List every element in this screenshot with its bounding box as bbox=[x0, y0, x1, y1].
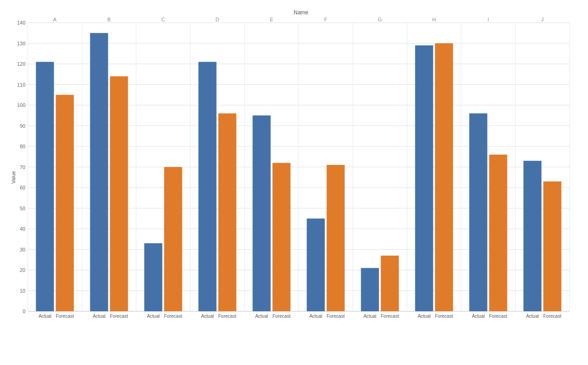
svg-text:Actual: Actual bbox=[418, 314, 431, 319]
svg-text:100: 100 bbox=[17, 102, 25, 108]
svg-text:B: B bbox=[107, 17, 111, 22]
svg-text:130: 130 bbox=[17, 41, 25, 46]
svg-text:60: 60 bbox=[20, 185, 25, 190]
svg-text:E: E bbox=[270, 17, 273, 22]
svg-text:Forecast: Forecast bbox=[381, 314, 399, 319]
svg-text:0: 0 bbox=[23, 308, 25, 314]
svg-text:Forecast: Forecast bbox=[544, 314, 562, 319]
svg-text:D: D bbox=[216, 17, 219, 22]
svg-text:Forecast: Forecast bbox=[273, 314, 291, 319]
svg-text:70: 70 bbox=[20, 164, 25, 170]
svg-rect-59 bbox=[219, 113, 237, 311]
svg-rect-48 bbox=[90, 33, 108, 311]
svg-text:Actual: Actual bbox=[363, 314, 376, 319]
svg-text:J: J bbox=[541, 17, 544, 22]
svg-text:Forecast: Forecast bbox=[327, 314, 345, 319]
svg-text:50: 50 bbox=[20, 206, 25, 211]
svg-rect-53 bbox=[144, 243, 163, 311]
svg-text:Actual: Actual bbox=[38, 314, 51, 319]
svg-text:30: 30 bbox=[20, 247, 25, 252]
svg-rect-54 bbox=[164, 167, 182, 312]
svg-text:80: 80 bbox=[20, 144, 25, 149]
svg-text:90: 90 bbox=[20, 123, 25, 129]
svg-text:Actual: Actual bbox=[255, 314, 268, 319]
svg-text:Forecast: Forecast bbox=[164, 314, 182, 319]
grid-and-bars: 0102030405060708090100110120130140AActua… bbox=[28, 20, 574, 334]
chart-svg: 0102030405060708090100110120130140AActua… bbox=[28, 20, 574, 334]
svg-rect-49 bbox=[110, 76, 128, 311]
svg-text:140: 140 bbox=[17, 20, 25, 25]
svg-text:Actual: Actual bbox=[472, 314, 485, 319]
svg-text:Actual: Actual bbox=[147, 314, 160, 319]
svg-rect-73 bbox=[361, 268, 379, 311]
svg-text:C: C bbox=[162, 17, 165, 22]
svg-text:Forecast: Forecast bbox=[219, 314, 237, 319]
svg-text:110: 110 bbox=[17, 82, 25, 88]
chart-area: Value 0102030405060708090100110120130140… bbox=[28, 20, 574, 334]
svg-text:Forecast: Forecast bbox=[56, 314, 74, 319]
svg-rect-44 bbox=[56, 95, 74, 311]
svg-text:Forecast: Forecast bbox=[110, 314, 128, 319]
svg-rect-58 bbox=[199, 62, 217, 311]
svg-rect-84 bbox=[489, 155, 507, 311]
svg-rect-43 bbox=[36, 62, 54, 311]
svg-rect-88 bbox=[524, 161, 542, 311]
svg-text:F: F bbox=[324, 17, 327, 22]
svg-rect-89 bbox=[544, 182, 562, 311]
svg-rect-83 bbox=[469, 113, 488, 311]
svg-text:Actual: Actual bbox=[309, 314, 322, 319]
svg-text:I: I bbox=[488, 17, 489, 22]
svg-text:40: 40 bbox=[20, 226, 25, 232]
y-axis-label: Value bbox=[11, 171, 16, 183]
svg-text:A: A bbox=[53, 17, 57, 22]
svg-text:Actual: Actual bbox=[526, 314, 539, 319]
svg-text:Forecast: Forecast bbox=[489, 314, 507, 319]
svg-rect-63 bbox=[253, 115, 271, 311]
svg-text:H: H bbox=[432, 17, 436, 22]
chart-title: Name bbox=[28, 9, 574, 16]
svg-rect-78 bbox=[415, 45, 433, 311]
svg-text:10: 10 bbox=[20, 288, 25, 294]
svg-rect-64 bbox=[273, 163, 291, 311]
svg-rect-74 bbox=[381, 256, 399, 311]
svg-rect-79 bbox=[435, 44, 453, 312]
svg-text:G: G bbox=[378, 17, 382, 22]
chart-container: Name Value 01020304050607080901001101201… bbox=[0, 0, 588, 365]
svg-text:20: 20 bbox=[20, 267, 25, 273]
svg-text:Actual: Actual bbox=[201, 314, 214, 319]
svg-text:Actual: Actual bbox=[93, 314, 106, 319]
svg-text:120: 120 bbox=[17, 61, 25, 67]
svg-rect-68 bbox=[307, 219, 325, 311]
svg-text:Forecast: Forecast bbox=[435, 314, 453, 319]
svg-rect-69 bbox=[327, 165, 345, 311]
